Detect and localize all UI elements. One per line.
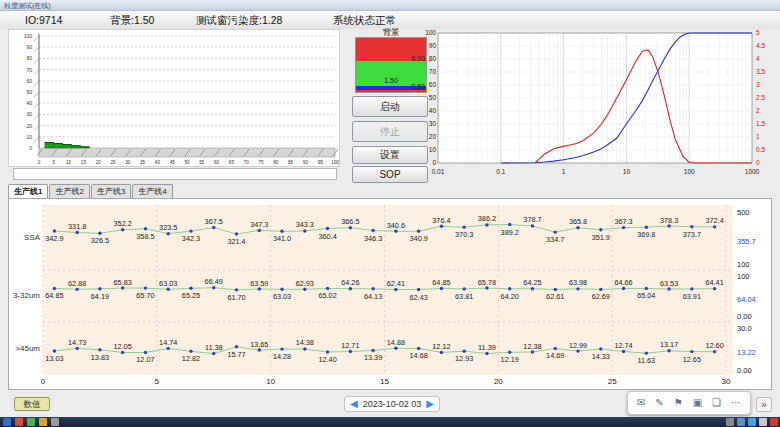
start-button[interactable]: 启动 (352, 96, 428, 117)
svg-text:0: 0 (29, 145, 32, 151)
pen-icon[interactable]: ✎ (655, 398, 663, 408)
settings-button[interactable]: 设置 (352, 146, 428, 164)
folder-icon[interactable]: ❏ (712, 398, 721, 408)
next-date-arrow[interactable]: ▶ (426, 399, 434, 409)
background-gauge: 6.00 1.50 0.50 (355, 37, 427, 93)
svg-text:326.5: 326.5 (91, 236, 109, 245)
svg-text:100: 100 (24, 33, 33, 39)
taskbar-icon[interactable] (15, 418, 23, 426)
svg-text:35: 35 (140, 160, 146, 165)
svg-text:13.03: 13.03 (45, 354, 63, 363)
stop-button[interactable]: 停止 (352, 121, 428, 142)
svg-text:60: 60 (429, 81, 437, 88)
svg-text:15: 15 (81, 160, 87, 165)
svg-text:80: 80 (26, 55, 32, 61)
more-icon[interactable]: ⋯ (731, 398, 741, 408)
svg-text:20: 20 (26, 123, 32, 129)
svg-text:12.74: 12.74 (614, 341, 632, 350)
svg-text:12.71: 12.71 (341, 341, 359, 350)
taskbar-icon[interactable] (748, 418, 756, 426)
trend-chart-svg: 051015202530SSA500100355.7342.9331.8326.… (9, 199, 771, 389)
svg-text:100: 100 (331, 160, 339, 165)
svg-text:369.8: 369.8 (637, 230, 655, 239)
svg-text:62.88: 62.88 (68, 279, 86, 288)
sop-button[interactable]: SOP (352, 166, 428, 183)
svg-text:0.1: 0.1 (496, 168, 505, 175)
svg-text:63.03: 63.03 (273, 292, 291, 301)
svg-text:12.65: 12.65 (683, 355, 701, 364)
svg-text:378.7: 378.7 (523, 215, 541, 224)
svg-text:65: 65 (229, 160, 235, 165)
svg-text:372.4: 372.4 (705, 216, 723, 225)
svg-text:342.3: 342.3 (182, 234, 200, 243)
tab-line-3[interactable]: 生产线3 (91, 184, 131, 198)
svg-text:14.33: 14.33 (592, 352, 610, 361)
svg-text:3: 3 (756, 81, 760, 88)
svg-text:66.49: 66.49 (205, 277, 223, 286)
svg-text:62.69: 62.69 (592, 292, 610, 301)
svg-text:62.41: 62.41 (387, 279, 405, 288)
svg-text:20: 20 (494, 377, 503, 386)
taskbar-icon[interactable] (770, 418, 778, 426)
taskbar-icon[interactable] (3, 418, 11, 426)
svg-text:355.7: 355.7 (737, 237, 756, 246)
svg-text:367.3: 367.3 (614, 217, 632, 226)
svg-text:10: 10 (266, 377, 275, 386)
svg-text:4: 4 (756, 55, 760, 62)
svg-text:64.20: 64.20 (501, 292, 519, 301)
svg-text:10: 10 (26, 134, 32, 140)
svg-text:0.01: 0.01 (432, 168, 445, 175)
tab-line-4[interactable]: 生产线4 (132, 184, 172, 198)
values-button[interactable]: 数值 (14, 397, 50, 411)
svg-text:70: 70 (244, 160, 250, 165)
taskbar-right-icons (726, 418, 778, 426)
svg-text:351.9: 351.9 (592, 233, 610, 242)
svg-text:1: 1 (756, 133, 760, 140)
svg-text:65.04: 65.04 (637, 291, 655, 300)
svg-text:12.93: 12.93 (455, 354, 473, 363)
svg-text:10: 10 (429, 146, 437, 153)
image-icon[interactable]: ▣ (693, 398, 702, 408)
svg-text:75: 75 (258, 160, 264, 165)
svg-text:55: 55 (199, 160, 205, 165)
chat-icon[interactable]: ✉ (637, 398, 645, 408)
svg-text:63.03: 63.03 (159, 279, 177, 288)
flag-icon[interactable]: ⚑ (674, 398, 683, 408)
taskbar-icon[interactable] (759, 418, 767, 426)
taskbar-icon[interactable] (726, 418, 734, 426)
svg-text:85: 85 (288, 160, 294, 165)
svg-text:50: 50 (184, 160, 190, 165)
taskbar-icon[interactable] (737, 418, 745, 426)
taskbar-overflow-chevron[interactable]: » (756, 397, 772, 412)
svg-text:0: 0 (38, 160, 41, 165)
svg-text:90: 90 (26, 44, 32, 50)
tab-line-1[interactable]: 生产线1 (8, 184, 48, 198)
size-distribution-svg: 010203040506070809010000.511.522.533.544… (422, 27, 780, 187)
svg-text:12.12: 12.12 (432, 342, 450, 351)
svg-text:62.61: 62.61 (546, 292, 564, 301)
tab-line-2[interactable]: 生产线2 (49, 184, 89, 198)
current-date: 2023-10-02 03 (363, 399, 422, 409)
prev-date-arrow[interactable]: ◀ (350, 399, 358, 409)
taskbar-icon[interactable] (27, 418, 35, 426)
svg-text:100: 100 (425, 29, 436, 36)
window-title: 粒度测试(在线) (4, 2, 51, 9)
svg-text:334.7: 334.7 (546, 235, 564, 244)
svg-text:63.53: 63.53 (660, 279, 678, 288)
svg-text:64.85: 64.85 (45, 291, 63, 300)
svg-text:30.0: 30.0 (737, 324, 752, 333)
svg-text:360.4: 360.4 (318, 232, 336, 241)
taskbar-icon[interactable] (39, 418, 47, 426)
svg-text:64.41: 64.41 (705, 278, 723, 287)
svg-text:0: 0 (41, 377, 46, 386)
svg-text:65.02: 65.02 (318, 291, 336, 300)
svg-text:0.5: 0.5 (756, 146, 765, 153)
system-status-text: 系统状态正常 (333, 14, 396, 28)
svg-text:90: 90 (429, 42, 437, 49)
svg-text:14.28: 14.28 (273, 352, 291, 361)
taskbar-icon[interactable] (51, 418, 59, 426)
svg-text:12.40: 12.40 (318, 355, 336, 364)
svg-text:10: 10 (66, 160, 72, 165)
svg-text:15.77: 15.77 (227, 350, 245, 359)
svg-text:95: 95 (318, 160, 324, 165)
